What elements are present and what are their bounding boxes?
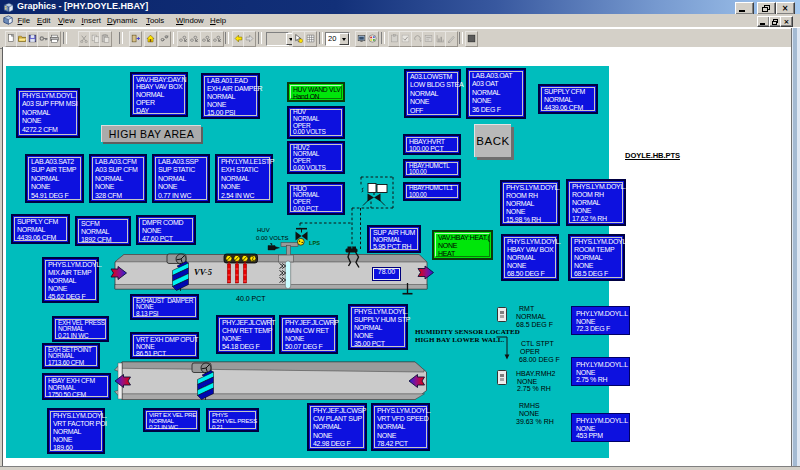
point-box-jlcwrp[interactable]: PHY.JEF.JLCWRP MAIN CW RET NONE 50.07 DE… [279, 315, 338, 354]
point-box-vav-hbay-heat[interactable]: VAV.HBAY:HEAT.( NONE HEAT [432, 230, 493, 260]
point-box-jlcwsp[interactable]: PHY.JEF.JLCWSP CW PLANT SUP NORMAL NONE … [307, 403, 367, 451]
point-box-vav-hbay-day[interactable]: VAV.HBAY:DAY.N HBAY VAV BOX NORMAL OPER … [130, 72, 188, 117]
point-box-room-rh-2[interactable]: PHYS.LYM.DOYL. ROOM RH NORMAL NONE 17.62… [566, 179, 626, 226]
point-box-duct-78[interactable]: 78.00 [372, 267, 401, 281]
capture-screen-icon [357, 34, 366, 43]
point-box-scfm[interactable]: SCFM NORMAL 1892 CFM [75, 216, 131, 246]
disk-panel-icon [424, 34, 433, 43]
point-box-hbay-hvrt[interactable]: HBAY.HVRT 100.00 PCT [403, 134, 461, 155]
chain-links-button[interactable] [158, 31, 171, 47]
label-doyle-hb-pts: DOYLE.HB.PTS [625, 151, 680, 160]
label-68-00-deg-f: 68.00 DEG F [519, 356, 560, 363]
label-39-63-rh: 39.63 % RH [516, 418, 554, 425]
point-box-supply-cfm-left[interactable]: SUPPLY CFM NORMAL 4439.06 CFM [11, 214, 70, 244]
point-box-sup-air-hum[interactable]: SUP AIR HUM NORMAL 5.95 PCT RH [367, 225, 421, 253]
save-icon [28, 34, 37, 43]
point-box-jlcwrt[interactable]: PHY.JEF.JLCWRT CHW RET TEMP NONE 54.18 D… [216, 315, 275, 354]
link-4-button[interactable] [211, 31, 224, 47]
point-box-lab-a03-cfm[interactable]: LAB.A03.CFM A03 SUP CFM NORMAL NONE 328 … [89, 154, 147, 203]
point-box-lab-a03-oat[interactable]: LAB.A03.OAT A03 OAT NORMAL NONE 36 DEG F [466, 68, 526, 119]
label-oper: OPER [520, 348, 540, 355]
paste-icon [101, 34, 110, 43]
point-box-vrt-vfd-speed[interactable]: PHYS.LYM.DOYL. VRT VFD SPEED NORMAL NONE… [371, 403, 430, 451]
colors-palette-icon [368, 34, 377, 43]
label-ctl-stpt: CTL STPT [521, 340, 554, 347]
point-box-supply-cfm-top[interactable]: SUPPLY CFM NORMAL 4439.06 CFM [538, 84, 598, 114]
menu-insert[interactable]: Insert [82, 16, 102, 25]
point-box-a03-sup-fpm[interactable]: PHYS.LYM.DOYL. A03 SUP FPM MSI NORMAL NO… [16, 88, 80, 138]
point-box-room-temp[interactable]: PHYS.LYM.DOYL. ROOM TEMP NORMAL NONE 68.… [568, 234, 625, 281]
dark-square-button[interactable] [465, 31, 478, 47]
home-icon [146, 34, 155, 43]
menu-file[interactable]: File [18, 16, 31, 25]
point-box-hbay-exh-cfm[interactable]: HBAY EXH CFM NORMAL 1750.50 CFM [42, 373, 111, 400]
print-button[interactable] [48, 31, 61, 47]
point-box-hbay-humctl[interactable]: HBAY.HUMCTL 100.00 [403, 159, 461, 178]
back-button[interactable]: BACK [474, 124, 511, 157]
point-box-phy-lym-le1stp[interactable]: PHY.LYM.LE1STP EXH STATIC NORMAL NONE 2.… [215, 154, 273, 203]
window-bottom-frame [0, 466, 800, 470]
point-box-doyl-l-rh[interactable]: PHY.LYM.DOYL.L NONE 2.75 % RH [571, 357, 630, 386]
point-box-huo[interactable]: HUO NORMAL OPER 0.00 PCT [287, 182, 345, 215]
paste-button[interactable] [99, 31, 112, 47]
zoom-dropdown[interactable] [339, 33, 349, 45]
home-button[interactable] [144, 31, 157, 47]
point-box-doyl-l-temp[interactable]: PHY.LYM.DOYL.L NONE 72.3 DEG F [571, 306, 630, 335]
pencil-edit-button[interactable] [445, 31, 458, 47]
point-box-lab-a01-ead[interactable]: LAB.A01.EAD EXH AIR DAMPER NORMAL NONE 1… [201, 73, 260, 119]
zoom-combo[interactable]: 20 [325, 32, 350, 46]
menu-dynamic[interactable]: Dynamic [107, 16, 137, 25]
point-box-virt-ex-vel[interactable]: VIRT EX VEL PRE NORMAL 0.21 IN WC [143, 408, 200, 432]
point-box-lab-a03-ssp[interactable]: LAB.A03.SSP SUP STATIC NORMAL NONE 0.77 … [152, 154, 210, 203]
menu-tools[interactable]: Tools [146, 16, 164, 25]
point-box-huv-wand-vlv[interactable]: HUV WAND VLV Hand ON [287, 82, 345, 102]
label-none: NONE [519, 410, 539, 417]
pointer-select-icon [294, 34, 303, 43]
application-window: Graphics - [PHY.DOYLE.HBAY] × FileEditVi… [0, 0, 800, 470]
point-box-phys-exh-vel[interactable]: PHYS EXH VEL PRESS 0.21 [206, 408, 259, 432]
menu-edit[interactable]: Edit [37, 16, 50, 25]
point-box-huv2[interactable]: HUV2 NORMAL OPER 0.00 VOLTS [287, 141, 345, 174]
point-box-lab-a03-sat2[interactable]: LAB.A03.SAT2 SUP AIR TEMP NORMAL NONE 54… [25, 154, 84, 203]
point-box-mix-air-temp[interactable]: PHYS.LYM.DOYL. MIX AIR TEMP NORMAL NONE … [42, 257, 99, 303]
menu-help[interactable]: Help [210, 16, 226, 25]
grid-button[interactable] [304, 31, 317, 47]
point-box-exh-setpoint[interactable]: EXH SETPOINT NORMAL 1713.60 CFM [42, 343, 100, 369]
label-rmhs: RMHS [519, 402, 540, 409]
point-box-hbay-vav-box[interactable]: PHYS.LYM.DOYL. HBAY VAV BOX NORMAL NONE … [501, 234, 559, 281]
label-2-75-rh: 2.75 % RH [517, 385, 551, 392]
back-arrow-icon [234, 34, 243, 43]
link-4-icon [213, 34, 222, 43]
point-box-vrt-exh-dmp[interactable]: VRT EXH DMP OPUT NONE 86.51 PCT [130, 332, 199, 359]
exit-door-button[interactable] [129, 31, 142, 47]
point-box-doyl-l-ppm[interactable]: PHY.LYM.DOYL.L NONE 453 PPM [571, 413, 630, 442]
open-icon [18, 34, 27, 43]
menu-view[interactable]: View [58, 16, 75, 25]
link-2-icon [190, 34, 199, 43]
room-rh-sensor-icon [497, 370, 507, 385]
colors-palette-button[interactable] [366, 31, 379, 47]
point-box-exhaust-damper[interactable]: EXHAUST DAMPER NONE 8.13 PSI [130, 294, 199, 320]
point-box-room-rh-1[interactable]: PHYS.LYM.DOYL. ROOM RH NORMAL NONE 15.98… [500, 180, 560, 226]
label-lps: LPS [309, 240, 320, 246]
new-icon [7, 34, 16, 43]
point-box-huv[interactable]: HUV NORMAL OPER 0.00 VOLTS [287, 106, 345, 139]
point-box-exh-vel-press[interactable]: EXH VEL PRESS NORMAL 0.21 IN WC [52, 316, 109, 342]
document-icon [3, 15, 13, 25]
point-box-a03-lowstm[interactable]: A03.LOWSTM LOW BLDG STEA NORMAL NONE OFF [404, 69, 461, 118]
label-high-bay-lower-wall: HIGH BAY LOWER WALL. [415, 336, 504, 344]
point-box-vrt-factor[interactable]: PHYS.LYM.DOYL. VRT FACTOR POI NORMAL NON… [47, 408, 105, 454]
clipboard-icon [390, 34, 399, 43]
forward-arrow-button[interactable] [243, 31, 256, 47]
forward-arrow-icon [245, 34, 254, 43]
high-bay-area-label: HIGH BAY AREA [101, 125, 201, 142]
label-0-00-volts: 0.00 VOLTS [256, 235, 289, 241]
pencil-edit-icon [447, 34, 456, 43]
mdi-close-button[interactable]: × [780, 16, 793, 27]
point-box-dmpr-comd[interactable]: DMPR COMD NONE 47.60 PCT [136, 215, 196, 245]
point-box-hbay-humctl1[interactable]: HBAY.HUMCTL1 100.00 [403, 182, 461, 201]
menu-window[interactable]: Window [176, 16, 204, 25]
title-bar: Graphics - [PHY.DOYLE.HBAY] × [0, 0, 800, 14]
point-box-supply-hum-stp[interactable]: PHYS.LYM.DOYL. SUPPLY HUM STP NORMAL NON… [348, 304, 408, 350]
label-huv: HUV [257, 227, 270, 233]
